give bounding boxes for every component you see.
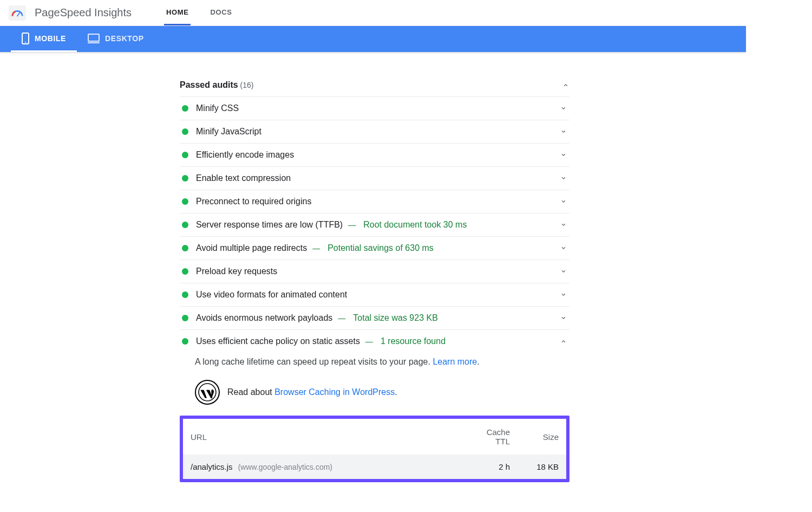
audit-label: Preload key requests	[196, 267, 277, 276]
audit-row[interactable]: Server response times are low (TTFB)—Roo…	[180, 213, 569, 236]
app-logo	[9, 5, 26, 21]
table-row: /analytics.js (www.google-analytics.com)…	[183, 455, 566, 479]
audit-label: Minify JavaScript	[196, 127, 261, 137]
status-dot-icon	[182, 222, 188, 228]
col-url: URL	[183, 419, 469, 455]
detail-separator: —	[365, 337, 373, 346]
description-post: .	[477, 357, 479, 366]
audits-list: Minify CSSMinify JavaScriptEfficiently e…	[180, 96, 569, 353]
status-dot-icon	[182, 338, 188, 345]
audit-label: Uses efficient cache policy on static as…	[196, 336, 360, 346]
detail-separator: —	[348, 221, 356, 229]
wordpress-info: Read about Browser Caching in WordPress.	[180, 371, 569, 416]
audit-row[interactable]: Preconnect to required origins	[180, 190, 569, 213]
audit-row[interactable]: Preload key requests	[180, 260, 569, 283]
audit-label: Efficiently encode images	[196, 150, 294, 160]
audit-row[interactable]: Minify CSS	[180, 96, 569, 120]
audit-detail: Root document took 30 ms	[363, 220, 467, 230]
tab-docs[interactable]: DOCS	[208, 0, 234, 25]
status-dot-icon	[182, 105, 188, 112]
section-count: (16)	[240, 81, 254, 89]
url-path: /analytics.js	[191, 462, 233, 471]
cache-table: URL Cache TTL Size /analytics.js (www.go…	[183, 419, 566, 479]
tab-label: DOCS	[210, 8, 232, 16]
svg-point-2	[25, 42, 26, 43]
audit-label: Server response times are low (TTFB)	[196, 220, 343, 230]
chevron-down-icon	[560, 198, 567, 205]
wp-link[interactable]: Browser Caching in WordPress	[274, 387, 395, 397]
tab-desktop[interactable]: DESKTOP	[77, 26, 155, 52]
audit-label: Enable text compression	[196, 173, 291, 183]
status-dot-icon	[182, 175, 188, 182]
highlighted-cache-table: URL Cache TTL Size /analytics.js (www.go…	[180, 416, 569, 482]
tab-home[interactable]: HOME	[164, 0, 191, 25]
audit-row[interactable]: Enable text compression	[180, 166, 569, 190]
nav-tabs: HOME DOCS	[164, 0, 234, 25]
wp-text-pre: Read about	[227, 387, 274, 397]
chevron-down-icon	[560, 151, 567, 159]
detail-separator: —	[338, 314, 345, 322]
mobile-icon	[22, 33, 29, 44]
tab-label: MOBILE	[35, 34, 66, 43]
pagespeed-icon	[11, 8, 23, 18]
audit-label: Avoids enormous network payloads	[196, 313, 332, 323]
url-host: (www.google-analytics.com)	[238, 463, 332, 471]
status-dot-icon	[182, 291, 188, 298]
audit-detail: 1 resource found	[381, 336, 446, 346]
svg-line-0	[17, 12, 20, 16]
audit-row[interactable]: Use video formats for animated content	[180, 283, 569, 306]
chevron-down-icon	[560, 314, 567, 322]
tab-label: DESKTOP	[105, 34, 144, 43]
chevron-up-icon	[560, 338, 567, 345]
audit-row[interactable]: Efficiently encode images	[180, 143, 569, 166]
app-header: PageSpeed Insights HOME DOCS	[0, 0, 746, 26]
cache-ttl-value: 2 h	[469, 455, 518, 479]
audit-detail: Total size was 923 KB	[353, 313, 438, 323]
status-dot-icon	[182, 152, 188, 158]
status-dot-icon	[182, 198, 188, 205]
wp-text-post: .	[395, 387, 397, 397]
desktop-icon	[88, 34, 100, 43]
svg-rect-3	[88, 34, 99, 41]
chevron-down-icon	[560, 174, 567, 182]
wordpress-icon	[195, 380, 220, 405]
detail-separator: —	[312, 244, 320, 252]
section-title: Passed audits	[180, 80, 238, 89]
passed-audits-header[interactable]: Passed audits (16)	[180, 74, 569, 96]
chevron-up-icon	[562, 81, 569, 89]
description-text: A long cache lifetime can speed up repea…	[195, 357, 433, 366]
app-title: PageSpeed Insights	[35, 7, 132, 19]
learn-more-link[interactable]: Learn more	[433, 357, 477, 366]
col-size: Size	[518, 419, 566, 455]
chevron-down-icon	[560, 244, 567, 252]
audit-row[interactable]: Uses efficient cache policy on static as…	[180, 329, 569, 353]
status-dot-icon	[182, 128, 188, 135]
chevron-down-icon	[560, 128, 567, 135]
chevron-down-icon	[560, 291, 567, 299]
chevron-down-icon	[560, 268, 567, 275]
tab-mobile[interactable]: MOBILE	[11, 26, 77, 52]
chevron-down-icon	[560, 221, 567, 229]
audit-label: Use video formats for animated content	[196, 290, 347, 300]
audit-row[interactable]: Avoid multiple page redirects—Potential …	[180, 236, 569, 260]
audit-label: Preconnect to required origins	[196, 197, 311, 206]
audit-label: Avoid multiple page redirects	[196, 243, 307, 253]
audit-description: A long cache lifetime can speed up repea…	[180, 353, 569, 371]
audit-label: Minify CSS	[196, 103, 239, 113]
status-dot-icon	[182, 245, 188, 251]
status-dot-icon	[182, 315, 188, 321]
tab-label: HOME	[166, 8, 188, 16]
status-dot-icon	[182, 268, 188, 275]
main-content: Passed audits (16) Minify CSSMinify Java…	[180, 74, 569, 482]
audit-row[interactable]: Avoids enormous network payloads—Total s…	[180, 306, 569, 329]
col-cache-ttl: Cache TTL	[469, 419, 518, 455]
audit-detail: Potential savings of 630 ms	[328, 243, 434, 253]
size-value: 18 KB	[518, 455, 566, 479]
device-tabs: MOBILE DESKTOP	[0, 26, 746, 52]
chevron-down-icon	[560, 105, 567, 112]
audit-row[interactable]: Minify JavaScript	[180, 120, 569, 143]
